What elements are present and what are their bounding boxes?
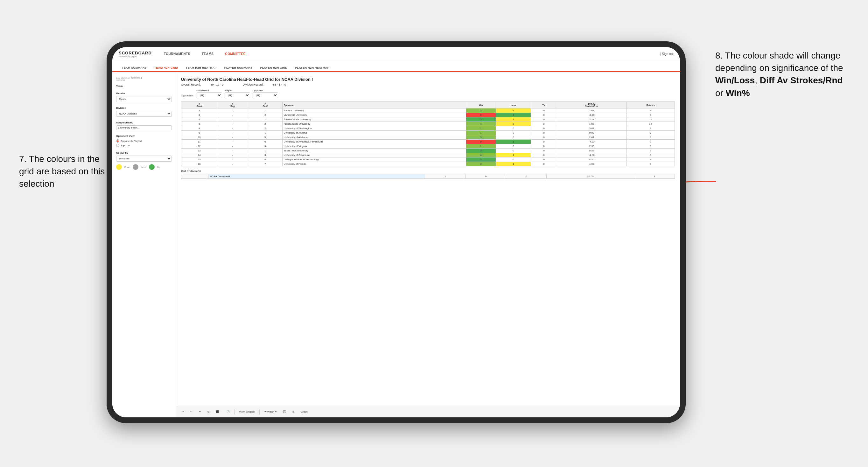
cell-loss: 0 xyxy=(496,144,531,149)
colour-legend-level: Level xyxy=(141,166,146,168)
cell-rounds: 3 xyxy=(626,139,675,144)
data-panel: University of North Carolina Head-to-Hea… xyxy=(176,72,680,406)
annotation-left-text: 7. The colours in the grid are based on … xyxy=(19,154,105,189)
colour-legend-down: Down xyxy=(124,166,130,168)
cell-opponent: University of Washington xyxy=(282,126,466,131)
cell-rank: 16 xyxy=(181,162,217,166)
cell-conf: 2 xyxy=(248,122,282,126)
cell-tie: 0 xyxy=(531,139,557,144)
cell-reg: - xyxy=(217,153,248,157)
filter-region-select[interactable]: (All) xyxy=(225,92,250,98)
sub-nav-team-h2h-heatmap[interactable]: TEAM H2H HEATMAP xyxy=(183,64,220,72)
cell-rounds: 17 xyxy=(626,117,675,122)
colour-dot-level xyxy=(133,164,138,170)
table-row: 9 - 1 University of Arizona 1 0 0 9.00 2 xyxy=(181,131,675,135)
cell-win: 3 xyxy=(466,162,496,166)
sub-nav-team-summary[interactable]: TEAM SUMMARY xyxy=(119,64,150,72)
cell-win: 4 xyxy=(466,153,496,157)
nav-tournaments[interactable]: TOURNAMENTS xyxy=(161,51,193,57)
annotation-right-bold1: Win/Loss xyxy=(715,75,755,85)
toolbar-view[interactable]: View: Original xyxy=(237,409,256,414)
cell-conf: 1 xyxy=(248,117,282,122)
cell-opponent: University of Florida xyxy=(282,162,466,166)
toolbar-undo[interactable]: ↩ xyxy=(180,409,186,414)
sidebar-team-section: Team xyxy=(116,85,172,88)
sub-nav-player-summary[interactable]: PLAYER SUMMARY xyxy=(221,64,256,72)
radio-opponents-played[interactable]: Opponents Played xyxy=(116,139,172,143)
nav-teams[interactable]: TEAMS xyxy=(199,51,216,57)
cell-diff: -1.00 xyxy=(557,153,626,157)
toolbar-grid[interactable]: ⊞ xyxy=(290,409,297,414)
table-row: 6 - 2 Florida State University 4 2 0 1.8… xyxy=(181,122,675,126)
sidebar-timestamp: Last Updated: 27/03/2024 16:55:38 xyxy=(116,77,172,82)
sub-nav-player-h2h-grid[interactable]: PLAYER H2H GRID xyxy=(257,64,290,72)
cell-rank: 10 xyxy=(181,135,217,139)
cell-opponent: Arizona State University xyxy=(282,117,466,122)
cell-rank: 4 xyxy=(181,117,217,122)
cell-conf: 1 xyxy=(248,149,282,153)
tablet-screen: SCOREBOARD Powered by clippd TOURNAMENTS… xyxy=(112,47,680,417)
cell-reg: - xyxy=(217,113,248,117)
table-row: 14 - 3 University of Oklahoma 4 1 0 -1.0… xyxy=(181,153,675,157)
toolbar-paste[interactable]: ⬛ · xyxy=(214,409,222,414)
cell-win: 3 xyxy=(466,135,496,139)
cell-tie: 0 xyxy=(531,162,557,166)
toolbar-comment[interactable]: 💬 xyxy=(281,409,288,414)
sidebar-colour-by-select[interactable]: Win/Loss xyxy=(116,156,172,162)
data-panel-wrapper: University of North Carolina Head-to-Hea… xyxy=(176,72,680,417)
cell-tie: 0 xyxy=(531,108,557,113)
cell-reg: - xyxy=(217,108,248,113)
cell-diff: -2.29 xyxy=(557,113,626,117)
cell-rounds: 9 xyxy=(626,157,675,162)
sidebar-gender-label: Gender xyxy=(116,92,172,95)
cell-reg: - xyxy=(217,117,248,122)
filter-conference-select[interactable]: (All) xyxy=(197,92,222,98)
annotation-right: 8. The colour shade will change dependin… xyxy=(715,49,849,99)
out-div-loss: 0 xyxy=(465,174,506,179)
filter-conference-label: Conference xyxy=(197,89,222,92)
toolbar-back[interactable]: ⬅ xyxy=(197,409,203,414)
cell-win: 1 xyxy=(466,144,496,149)
toolbar-clock[interactable]: 🕐 xyxy=(225,409,231,414)
sidebar-opponent-view-label: Opponent View xyxy=(116,134,172,137)
filter-row: Opponents: Conference (All) Region (All) xyxy=(181,89,675,98)
sidebar-school-label: School (Rank) xyxy=(116,121,172,124)
out-div-tie: 0 xyxy=(506,174,546,179)
table-header-row: #Rank #Reg #Conf Opponent Win Loss Tie D… xyxy=(181,102,675,108)
toolbar-watch[interactable]: 👁 Watch ▾ xyxy=(262,409,278,414)
cell-conf: 3 xyxy=(248,153,282,157)
toolbar-sep1 xyxy=(234,409,235,414)
sub-nav: TEAM SUMMARY TEAM H2H GRID TEAM H2H HEAT… xyxy=(112,61,680,72)
cell-conf: 5 xyxy=(248,135,282,139)
toolbar-share[interactable]: Share xyxy=(299,409,310,414)
cell-loss: 1 xyxy=(496,162,531,166)
cell-rank: 6 xyxy=(181,122,217,126)
table-row: 10 - 5 University of Alabama 3 0 0 2.61 … xyxy=(181,135,675,139)
sign-out-link[interactable]: | Sign out xyxy=(660,52,674,56)
table-row: 4 - 1 Arizona State University 5 1 0 2.2… xyxy=(181,117,675,122)
cell-opponent: Georgia Institute of Technology xyxy=(282,157,466,162)
nav-committee[interactable]: COMMITTEE xyxy=(223,51,248,57)
cell-rank: 9 xyxy=(181,131,217,135)
cell-loss: 2 xyxy=(496,122,531,126)
filter-opponent-select[interactable]: (All) xyxy=(253,92,278,98)
cell-loss: 0 xyxy=(496,126,531,131)
division-record-label: Division Record: xyxy=(243,83,264,86)
cell-conf: 3 xyxy=(248,144,282,149)
out-of-division-header: Out of division xyxy=(181,169,675,173)
toolbar-sep2 xyxy=(259,409,260,414)
cell-loss: 0 xyxy=(496,149,531,153)
cell-loss: 4 xyxy=(496,113,531,117)
toolbar-copy[interactable]: ⧉ xyxy=(206,409,211,414)
cell-conf: 2 xyxy=(248,113,282,117)
sidebar-gender-select[interactable]: Men's xyxy=(116,96,172,102)
sub-nav-team-h2h-grid[interactable]: TEAM H2H GRID xyxy=(151,64,181,72)
app-nav: SCOREBOARD Powered by clippd TOURNAMENTS… xyxy=(112,47,680,61)
cell-rank: 15 xyxy=(181,157,217,162)
toolbar-redo[interactable]: ↪ xyxy=(188,409,194,414)
radio-top100[interactable]: Top 100 xyxy=(116,144,172,147)
sidebar-division-select[interactable]: NCAA Division I xyxy=(116,111,172,117)
cell-win: 1 xyxy=(466,126,496,131)
sub-nav-player-h2h-heatmap[interactable]: PLAYER H2H HEATMAP xyxy=(292,64,333,72)
cell-reg: - xyxy=(217,131,248,135)
